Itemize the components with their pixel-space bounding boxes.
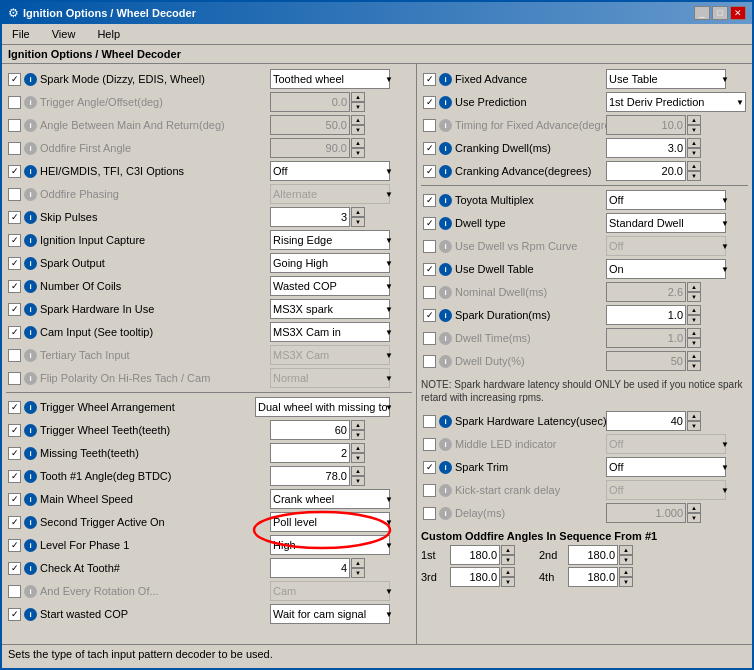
info-skip-pulses[interactable]: i bbox=[24, 211, 37, 224]
spinner-down-missing-teeth[interactable]: ▼ bbox=[351, 453, 365, 463]
select-use-dwell-rpm[interactable]: Off bbox=[606, 236, 726, 256]
checkbox-angle-between[interactable] bbox=[8, 119, 21, 132]
field-angle-between[interactable] bbox=[270, 115, 350, 135]
checkbox-use-dwell-table[interactable] bbox=[423, 263, 436, 276]
select-dwell-type[interactable]: Standard Dwell bbox=[606, 213, 726, 233]
checkbox-timing-fixed[interactable] bbox=[423, 119, 436, 132]
spinner-up-oddfire-first[interactable]: ▲ bbox=[351, 138, 365, 148]
info-missing-teeth[interactable]: i bbox=[24, 447, 37, 460]
field-cranking-advance[interactable] bbox=[606, 161, 686, 181]
checkbox-middle-led[interactable] bbox=[423, 438, 436, 451]
info-toyota-multiplex[interactable]: i bbox=[439, 194, 452, 207]
select-hei[interactable]: Off On bbox=[270, 161, 390, 181]
select-use-dwell-table[interactable]: On Off bbox=[606, 259, 726, 279]
checkbox-dwell-type[interactable] bbox=[423, 217, 436, 230]
spinner-down-dwell-time[interactable]: ▼ bbox=[687, 338, 701, 348]
field-4th[interactable] bbox=[568, 567, 618, 587]
checkbox-trigger-arrangement[interactable] bbox=[8, 401, 21, 414]
spinner-down-trigger-teeth[interactable]: ▼ bbox=[351, 430, 365, 440]
close-button[interactable]: ✕ bbox=[730, 6, 746, 20]
checkbox-spark-trim[interactable] bbox=[423, 461, 436, 474]
checkbox-nominal-dwell[interactable] bbox=[423, 286, 436, 299]
spinner-down-tooth-angle[interactable]: ▼ bbox=[351, 476, 365, 486]
checkbox-number-coils[interactable] bbox=[8, 280, 21, 293]
field-trigger-teeth[interactable] bbox=[270, 420, 350, 440]
checkbox-main-wheel-speed[interactable] bbox=[8, 493, 21, 506]
info-spark-trim[interactable]: i bbox=[439, 461, 452, 474]
spinner-up-timing-fixed[interactable]: ▲ bbox=[687, 115, 701, 125]
info-spark-output[interactable]: i bbox=[24, 257, 37, 270]
spinner-down-3rd[interactable]: ▼ bbox=[501, 577, 515, 587]
checkbox-check-tooth[interactable] bbox=[8, 562, 21, 575]
info-cam-input[interactable]: i bbox=[24, 326, 37, 339]
field-1st[interactable] bbox=[450, 545, 500, 565]
checkbox-missing-teeth[interactable] bbox=[8, 447, 21, 460]
spinner-up-trigger-teeth[interactable]: ▲ bbox=[351, 420, 365, 430]
spinner-up-cranking-advance[interactable]: ▲ bbox=[687, 161, 701, 171]
spinner-up-angle-between[interactable]: ▲ bbox=[351, 115, 365, 125]
checkbox-oddfire-phasing[interactable] bbox=[8, 188, 21, 201]
spinner-down-spark-duration[interactable]: ▼ bbox=[687, 315, 701, 325]
field-2nd[interactable] bbox=[568, 545, 618, 565]
info-spark-hardware[interactable]: i bbox=[24, 303, 37, 316]
spinner-down-2nd[interactable]: ▼ bbox=[619, 555, 633, 565]
spinner-down-skip-pulses[interactable]: ▼ bbox=[351, 217, 365, 227]
field-check-tooth[interactable] bbox=[270, 558, 350, 578]
info-second-trigger[interactable]: i bbox=[24, 516, 37, 529]
checkbox-fixed-advance[interactable] bbox=[423, 73, 436, 86]
info-fixed-advance[interactable]: i bbox=[439, 73, 452, 86]
checkbox-spark-duration[interactable] bbox=[423, 309, 436, 322]
info-main-wheel-speed[interactable]: i bbox=[24, 493, 37, 506]
spinner-up-spark-duration[interactable]: ▲ bbox=[687, 305, 701, 315]
spinner-down-trigger-angle[interactable]: ▼ bbox=[351, 102, 365, 112]
maximize-button[interactable]: □ bbox=[712, 6, 728, 20]
checkbox-spark-hardware[interactable] bbox=[8, 303, 21, 316]
checkbox-every-rotation[interactable] bbox=[8, 585, 21, 598]
info-hei-gmdis[interactable]: i bbox=[24, 165, 37, 178]
select-flip-polarity[interactable]: Normal bbox=[270, 368, 390, 388]
checkbox-tooth-angle[interactable] bbox=[8, 470, 21, 483]
field-nominal-dwell[interactable] bbox=[606, 282, 686, 302]
info-dwell-type[interactable]: i bbox=[439, 217, 452, 230]
info-tooth-angle[interactable]: i bbox=[24, 470, 37, 483]
select-spark-mode[interactable]: Toothed wheel Distributor EDIS bbox=[270, 69, 390, 89]
menu-file[interactable]: File bbox=[6, 26, 36, 42]
spinner-up-nominal-dwell[interactable]: ▲ bbox=[687, 282, 701, 292]
checkbox-kickstart-delay[interactable] bbox=[423, 484, 436, 497]
spinner-up-missing-teeth[interactable]: ▲ bbox=[351, 443, 365, 453]
field-delay-ms[interactable] bbox=[606, 503, 686, 523]
checkbox-level-phase1[interactable] bbox=[8, 539, 21, 552]
spinner-down-cranking-dwell[interactable]: ▼ bbox=[687, 148, 701, 158]
select-spark-trim[interactable]: Off On bbox=[606, 457, 726, 477]
menu-view[interactable]: View bbox=[46, 26, 82, 42]
field-3rd[interactable] bbox=[450, 567, 500, 587]
select-level-phase1[interactable]: High Low bbox=[270, 535, 390, 555]
checkbox-trigger-angle[interactable] bbox=[8, 96, 21, 109]
field-cranking-dwell[interactable] bbox=[606, 138, 686, 158]
checkbox-use-prediction[interactable] bbox=[423, 96, 436, 109]
spinner-up-dwell-time[interactable]: ▲ bbox=[687, 328, 701, 338]
select-toyota-multiplex[interactable]: Off On bbox=[606, 190, 726, 210]
info-use-dwell-table[interactable]: i bbox=[439, 263, 452, 276]
minimize-button[interactable]: _ bbox=[694, 6, 710, 20]
checkbox-cranking-dwell[interactable] bbox=[423, 142, 436, 155]
checkbox-tertiary-tach[interactable] bbox=[8, 349, 21, 362]
checkbox-spark-latency[interactable] bbox=[423, 415, 436, 428]
spinner-up-dwell-duty[interactable]: ▲ bbox=[687, 351, 701, 361]
field-dwell-duty[interactable] bbox=[606, 351, 686, 371]
checkbox-spark-output[interactable] bbox=[8, 257, 21, 270]
checkbox-use-dwell-rpm[interactable] bbox=[423, 240, 436, 253]
spinner-up-1st[interactable]: ▲ bbox=[501, 545, 515, 555]
spinner-down-1st[interactable]: ▼ bbox=[501, 555, 515, 565]
info-spark-duration[interactable]: i bbox=[439, 309, 452, 322]
spinner-up-skip-pulses[interactable]: ▲ bbox=[351, 207, 365, 217]
field-skip-pulses[interactable] bbox=[270, 207, 350, 227]
select-trigger-arrangement[interactable]: Dual wheel with missing tooth Missing to… bbox=[255, 397, 390, 417]
spinner-up-tooth-angle[interactable]: ▲ bbox=[351, 466, 365, 476]
info-cranking-advance[interactable]: i bbox=[439, 165, 452, 178]
spinner-down-cranking-advance[interactable]: ▼ bbox=[687, 171, 701, 181]
info-use-prediction[interactable]: i bbox=[439, 96, 452, 109]
checkbox-delay-ms[interactable] bbox=[423, 507, 436, 520]
checkbox-trigger-teeth[interactable] bbox=[8, 424, 21, 437]
spinner-down-nominal-dwell[interactable]: ▼ bbox=[687, 292, 701, 302]
